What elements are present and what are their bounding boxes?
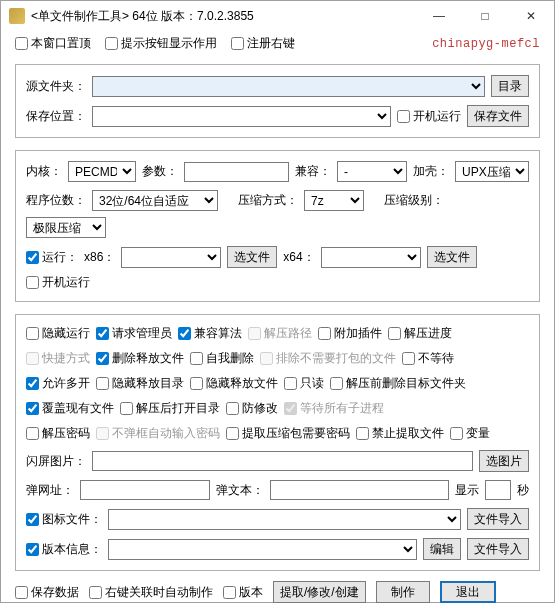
hide-rel-file-check[interactable]: 隐藏释放文件	[190, 375, 278, 392]
ziplevel-label: 压缩级别：	[384, 192, 444, 209]
allow-multi-check[interactable]: 允许多开	[26, 375, 90, 392]
version-import-button[interactable]: 文件导入	[467, 538, 529, 560]
popup-url-label: 弹网址：	[26, 482, 74, 499]
req-admin-check[interactable]: 请求管理员	[96, 325, 172, 342]
hide-rel-dir-check[interactable]: 隐藏释放目录	[96, 375, 184, 392]
pick-x64-button[interactable]: 选文件	[427, 246, 477, 268]
pin-window-check[interactable]: 本窗口置顶	[15, 35, 91, 52]
top-options: 本窗口置顶 提示按钮显示作用 注册右键 chinapyg-mefcl	[1, 31, 554, 58]
params-label: 参数：	[142, 163, 178, 180]
del-before-unzip-check[interactable]: 解压前删除目标文件夹	[330, 375, 466, 392]
bottom-bar: 保存数据 右键关联时自动制作 版本 提取/修改/创建 制作 退出 关于 JexC…	[1, 577, 554, 603]
open-after-unzip-check[interactable]: 解压后打开目录	[120, 400, 220, 417]
shell-label: 加壳：	[413, 163, 449, 180]
kernel-combo[interactable]: PECMD	[68, 161, 136, 182]
boot-run-check[interactable]: 开机运行	[397, 108, 461, 125]
attach-plugin-check[interactable]: 附加插件	[318, 325, 382, 342]
compat-label: 兼容：	[295, 163, 331, 180]
run-check[interactable]: 运行：	[26, 249, 78, 266]
register-rightclick-label: 注册右键	[247, 35, 295, 52]
make-button[interactable]: 制作	[376, 581, 430, 603]
hide-run-check[interactable]: 隐藏运行	[26, 325, 90, 342]
titlebar: <单文件制作工具> 64位 版本：7.0.2.3855 — □ ✕	[1, 1, 554, 31]
forbid-extract-check[interactable]: 禁止提取文件	[356, 425, 444, 442]
shell-combo[interactable]: UPX压缩	[455, 161, 529, 182]
show-label: 显示	[455, 482, 479, 499]
popup-text-input[interactable]	[270, 480, 449, 500]
icon-file-check[interactable]: 图标文件：	[26, 511, 102, 528]
bits-label: 程序位数：	[26, 192, 86, 209]
zipmode-combo[interactable]: 7z	[304, 190, 364, 211]
readonly-check[interactable]: 只读	[284, 375, 324, 392]
zipmode-label: 压缩方式：	[238, 192, 298, 209]
del-release-check[interactable]: 删除释放文件	[96, 350, 184, 367]
x86-label: x86：	[84, 249, 115, 266]
show-seconds-input[interactable]	[485, 480, 511, 500]
splash-label: 闪屏图片：	[26, 453, 86, 470]
popup-url-input[interactable]	[80, 480, 210, 500]
unzip-path-check[interactable]: 解压路径	[248, 325, 312, 342]
no-auto-pwd-check[interactable]: 不弹框自动输入密码	[96, 425, 220, 442]
compat-algo-check[interactable]: 兼容算法	[178, 325, 242, 342]
shortcut-check[interactable]: 快捷方式	[26, 350, 90, 367]
icon-file-combo[interactable]	[108, 509, 461, 530]
ziplevel-combo[interactable]: 极限压缩	[26, 217, 106, 238]
pick-img-button[interactable]: 选图片	[479, 450, 529, 472]
kernel-label: 内核：	[26, 163, 62, 180]
x64-label: x64：	[283, 249, 314, 266]
register-rightclick-check[interactable]: 注册右键	[231, 35, 295, 52]
edit-button[interactable]: 编辑	[423, 538, 461, 560]
params-input[interactable]	[184, 162, 289, 182]
window-title: <单文件制作工具> 64位 版本：7.0.2.3855	[31, 8, 416, 25]
exit-button[interactable]: 退出	[440, 581, 496, 603]
x86-combo[interactable]	[121, 247, 221, 268]
source-folder-label: 源文件夹：	[26, 78, 86, 95]
save-data-check[interactable]: 保存数据	[15, 584, 79, 601]
variable-check[interactable]: 变量	[450, 425, 490, 442]
version-info-check[interactable]: 版本信息：	[26, 541, 102, 558]
no-wait-check[interactable]: 不等待	[402, 350, 454, 367]
pin-window-label: 本窗口置顶	[31, 35, 91, 52]
app-icon	[9, 8, 25, 24]
self-del-check[interactable]: 自我删除	[190, 350, 254, 367]
seconds-label: 秒	[517, 482, 529, 499]
minimize-button[interactable]: —	[416, 1, 462, 31]
bits-combo[interactable]: 32位/64位自适应	[92, 190, 218, 211]
splash-input[interactable]	[92, 451, 473, 471]
source-folder-combo[interactable]	[92, 76, 485, 97]
group-options: 隐藏运行 请求管理员 兼容算法 解压路径 附加插件 解压进度 快捷方式 删除释放…	[15, 314, 540, 571]
pkg-need-pwd-check[interactable]: 提取压缩包需要密码	[226, 425, 350, 442]
icon-import-button[interactable]: 文件导入	[467, 508, 529, 530]
boot-run2-label: 开机运行	[42, 274, 90, 291]
hint-buttons-check[interactable]: 提示按钮显示作用	[105, 35, 217, 52]
x64-combo[interactable]	[321, 247, 421, 268]
save-location-combo[interactable]	[92, 106, 391, 127]
run-label: 运行：	[42, 249, 78, 266]
pick-x86-button[interactable]: 选文件	[227, 246, 277, 268]
compat-combo[interactable]: -	[337, 161, 407, 182]
version-check[interactable]: 版本	[223, 584, 263, 601]
extract-button[interactable]: 提取/修改/创建	[273, 581, 366, 603]
unzip-progress-check[interactable]: 解压进度	[388, 325, 452, 342]
popup-text-label: 弹文本：	[216, 482, 264, 499]
group-build: 内核： PECMD 参数： 兼容： - 加壳： UPX压缩 程序位数： 32位/…	[15, 150, 540, 302]
exclude-files-check[interactable]: 排除不需要打包的文件	[260, 350, 396, 367]
overwrite-check[interactable]: 覆盖现有文件	[26, 400, 114, 417]
boot-run-label: 开机运行	[413, 108, 461, 125]
version-info-combo[interactable]	[108, 539, 417, 560]
save-file-button[interactable]: 保存文件	[467, 105, 529, 127]
group-source: 源文件夹： 目录 保存位置： 开机运行 保存文件	[15, 64, 540, 138]
hint-buttons-label: 提示按钮显示作用	[121, 35, 217, 52]
maximize-button[interactable]: □	[462, 1, 508, 31]
unzip-pwd-check[interactable]: 解压密码	[26, 425, 90, 442]
anti-modify-check[interactable]: 防修改	[226, 400, 278, 417]
dir-button[interactable]: 目录	[491, 75, 529, 97]
boot-run2-check[interactable]: 开机运行	[26, 274, 90, 291]
auto-on-assoc-check[interactable]: 右键关联时自动制作	[89, 584, 213, 601]
close-button[interactable]: ✕	[508, 1, 554, 31]
save-location-label: 保存位置：	[26, 108, 86, 125]
wait-children-check: 等待所有子进程	[284, 400, 384, 417]
watermark: chinapyg-mefcl	[432, 37, 540, 51]
